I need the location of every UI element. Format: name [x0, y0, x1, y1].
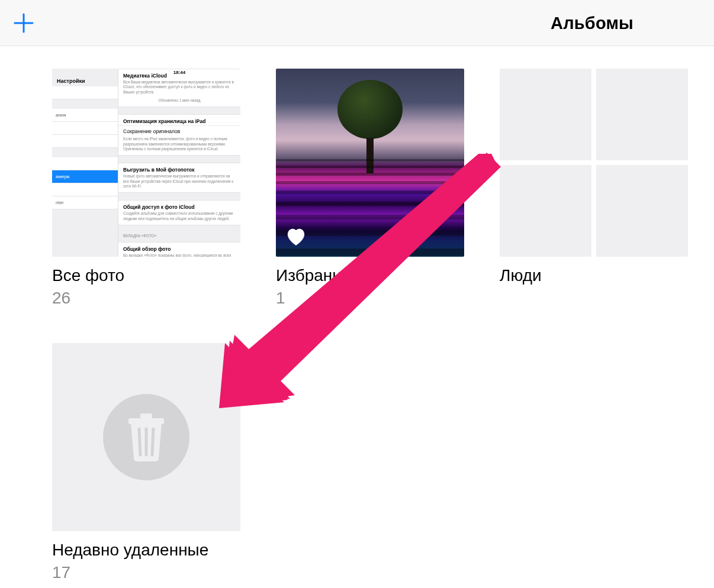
- people-placeholder: [500, 69, 591, 160]
- settings-updated: Обновлено 1 мин назад: [118, 98, 240, 106]
- album-title: Все фото: [52, 266, 240, 285]
- album-count: 1: [276, 289, 464, 308]
- settings-desc: Если место на iPad заканчивается, фото и…: [118, 137, 240, 155]
- people-placeholder: [596, 165, 688, 257]
- people-placeholder: [596, 69, 688, 160]
- settings-desc: Во вкладке «Фото» показаны все фото, нах…: [118, 253, 240, 257]
- side-row-label: nter: [52, 196, 118, 209]
- plus-icon: [13, 12, 34, 34]
- album-title: Избранное: [276, 266, 464, 285]
- settings-item: Общий обзор фото: [118, 243, 240, 253]
- svg-line-4: [139, 429, 140, 455]
- album-all-photos[interactable]: Настройки ания амера nter 18:44 Фото и К: [52, 69, 240, 308]
- trash-icon: [125, 412, 168, 462]
- album-count: 17: [52, 563, 240, 582]
- svg-rect-3: [140, 413, 152, 419]
- settings-desc: Вся Ваша медиатека автоматически выгружа…: [118, 80, 240, 98]
- album-recently-deleted[interactable]: Недавно удаленные 17: [52, 343, 240, 582]
- settings-item: Сохранение оригиналов: [118, 125, 240, 137]
- settings-section-label: ВКЛАДКА «ФОТО»: [118, 232, 240, 242]
- header-bar: Альбомы: [0, 0, 714, 46]
- status-time: 18:44: [173, 70, 185, 75]
- side-row-label: ания: [52, 109, 118, 122]
- settings-item: Общий доступ к фото iCloud: [118, 201, 240, 211]
- album-favorites[interactable]: Избранное 1: [276, 69, 464, 308]
- people-placeholder: [500, 165, 591, 257]
- album-thumbnail: [52, 343, 240, 531]
- settings-item: Оптимизация хранилища на iPad: [118, 115, 240, 125]
- add-button[interactable]: [13, 12, 34, 34]
- trash-circle: [103, 394, 189, 480]
- albums-grid: Настройки ания амера nter 18:44 Фото и К: [52, 69, 714, 582]
- settings-desc: Создайте альбомы для совместного использ…: [118, 211, 240, 225]
- album-thumbnail: [500, 69, 688, 257]
- settings-desc: Новые фото автоматически выгружаются и о…: [118, 174, 240, 192]
- heart-icon: [284, 225, 308, 248]
- album-thumbnail: Настройки ания амера nter 18:44 Фото и К: [52, 69, 240, 257]
- side-row-label-selected: амера: [52, 170, 118, 183]
- albums-content: Настройки ания амера nter 18:44 Фото и К: [0, 46, 714, 582]
- album-thumbnail: [276, 69, 464, 257]
- album-people[interactable]: Люди: [500, 69, 688, 308]
- settings-item: Выгрузить в Мой фотопоток: [118, 163, 240, 174]
- svg-line-6: [152, 429, 153, 455]
- album-count: 26: [52, 289, 240, 308]
- album-title: Люди: [500, 266, 688, 285]
- album-title: Недавно удаленные: [52, 541, 240, 560]
- settings-side-title: Настройки: [52, 69, 118, 86]
- page-title: Альбомы: [551, 13, 633, 33]
